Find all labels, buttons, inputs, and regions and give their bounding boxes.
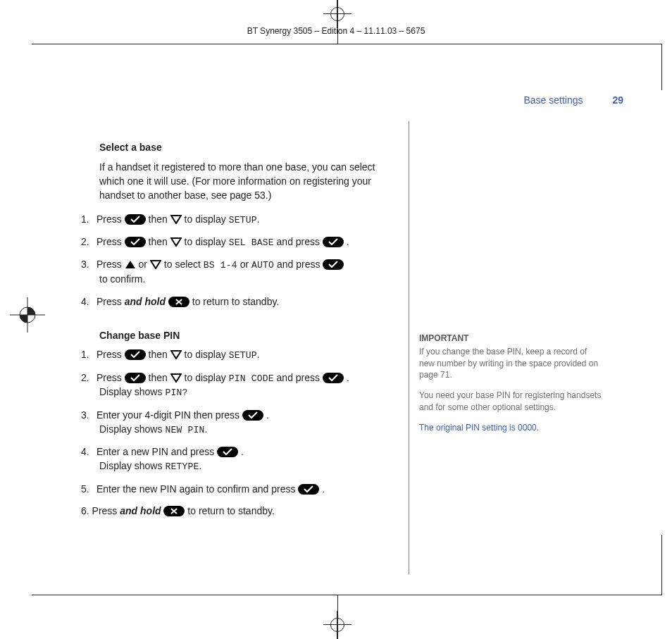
cancel-button-icon	[168, 297, 189, 307]
sidebar-text: You need your base PIN for registering h…	[419, 390, 602, 414]
ok-button-icon	[217, 447, 238, 457]
registration-mark-icon	[323, 0, 351, 28]
down-arrow-icon	[150, 259, 161, 268]
heading-select-base: Select a base	[99, 141, 398, 155]
registration-mark-icon	[323, 611, 351, 639]
main-column: Select a base If a handset it registered…	[81, 128, 398, 527]
sidebar-pin-default: The original PIN setting is 0000.	[419, 422, 602, 434]
ok-button-icon	[125, 373, 146, 383]
running-head: Base settings 29	[523, 94, 623, 106]
cancel-button-icon	[163, 506, 185, 516]
down-arrow-icon	[170, 349, 182, 359]
step: 2.Press then to display SEL BASE and pre…	[81, 235, 398, 249]
sidebar-text: If you change the base PIN, keep a recor…	[419, 346, 602, 381]
ok-button-icon	[125, 214, 146, 225]
ok-button-icon	[125, 349, 146, 360]
step: 1.Press then to display SETUP.	[81, 213, 398, 227]
svg-marker-6	[151, 261, 161, 268]
column-divider	[409, 121, 409, 574]
step: 5.Enter the new PIN again to confirm and…	[81, 483, 398, 497]
svg-marker-3	[171, 216, 181, 223]
down-arrow-icon	[170, 214, 182, 223]
step: 6. Press and hold to return to standby.	[81, 504, 398, 519]
step: 3.Enter your 4-digit PIN then press .Dis…	[81, 409, 398, 437]
sidebar-heading: IMPORTANT	[419, 333, 602, 345]
page-number: 29	[612, 94, 623, 106]
ok-button-icon	[323, 373, 344, 383]
trim-line	[661, 44, 662, 90]
step: 3.Press or to select BS 1-4 or AUTO and …	[81, 258, 398, 286]
svg-marker-5	[125, 261, 135, 268]
trim-line	[661, 535, 662, 595]
up-arrow-icon	[125, 259, 136, 268]
ok-button-icon	[323, 237, 344, 247]
step: 4.Enter a new PIN and press .Display sho…	[81, 445, 398, 473]
down-arrow-icon	[170, 237, 182, 246]
step: 2.Press then to display PIN CODE and pre…	[81, 371, 398, 400]
svg-marker-9	[171, 351, 181, 359]
page-content: Base settings 29 Select a base If a hand…	[32, 44, 661, 595]
sidebar-note: IMPORTANT If you change the base PIN, ke…	[419, 333, 602, 442]
ok-button-icon	[125, 237, 146, 247]
down-arrow-icon	[170, 373, 182, 382]
ok-button-icon	[242, 410, 263, 421]
ok-button-icon	[298, 484, 319, 495]
section-name: Base settings	[523, 94, 583, 106]
step: 1.Press then to display SETUP.	[81, 348, 398, 362]
heading-change-pin: Change base PIN	[99, 329, 398, 343]
document-header: BT Synergy 3505 – Edition 4 – 11.11.03 –…	[0, 26, 672, 36]
ok-button-icon	[323, 259, 344, 270]
intro-text: If a handset it registered to more than …	[99, 161, 398, 203]
svg-marker-4	[171, 238, 181, 246]
step: 4.Press and hold to return to standby.	[81, 295, 398, 309]
svg-marker-10	[171, 374, 181, 382]
